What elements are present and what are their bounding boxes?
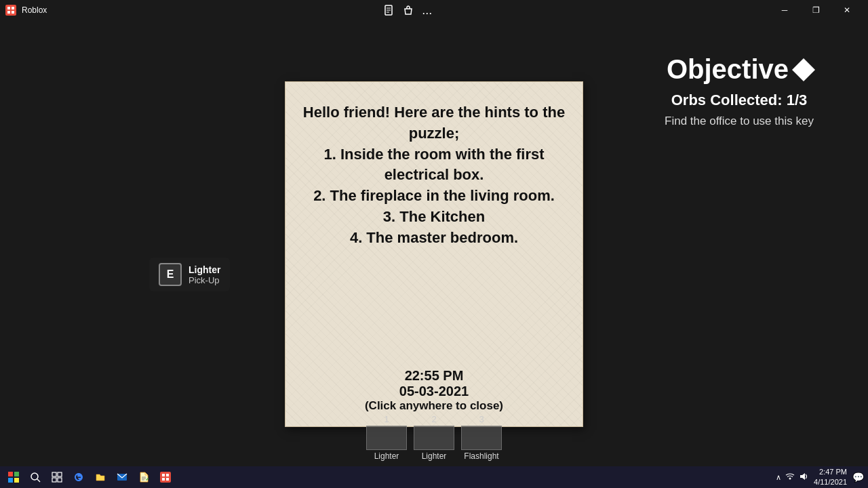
- app-icon: [5, 5, 16, 16]
- pickup-text: Lighter Pick-Up: [189, 264, 220, 285]
- system-clock: 2:47 PM 4/11/2021: [814, 467, 847, 488]
- bag-icon[interactable]: [403, 5, 414, 16]
- svg-rect-16: [58, 472, 62, 476]
- slot-1-number: 1: [384, 414, 389, 424]
- note-container[interactable]: Hello friend! Here are the hints to the …: [285, 81, 583, 427]
- svg-rect-3: [7, 11, 10, 14]
- orbs-collected: Orbs Collected: 1/3: [631, 92, 848, 109]
- slot-3-number: 3: [479, 414, 484, 424]
- objective-title: Objective: [667, 54, 789, 85]
- more-options-icon[interactable]: ...: [422, 3, 432, 18]
- note-footer: 22:55 PM 05-03-2021 (Click anywhere to c…: [365, 368, 503, 413]
- hotbar-slot-2[interactable]: 2 Lighter: [410, 414, 458, 461]
- svg-rect-9: [8, 472, 13, 476]
- svg-point-28: [789, 477, 791, 479]
- objective-diamond-icon: [792, 58, 815, 81]
- restore-button[interactable]: ❐: [800, 0, 831, 20]
- titlebar: Roblox ... ─ ❐ ✕: [0, 0, 868, 20]
- svg-rect-25: [166, 474, 169, 476]
- slot-2-label: Lighter: [422, 451, 447, 461]
- file-explorer-button[interactable]: [91, 468, 110, 487]
- chevron-up-icon[interactable]: ∧: [776, 473, 781, 482]
- svg-rect-27: [166, 478, 169, 481]
- slot-3-box: [461, 426, 502, 450]
- search-button[interactable]: [26, 468, 45, 487]
- slot-3-label: Flashlight: [464, 451, 498, 461]
- svg-rect-2: [12, 7, 14, 9]
- game-area: Hello friend! Here are the hints to the …: [0, 20, 868, 488]
- note-text: Hello friend! Here are the hints to the …: [299, 102, 569, 249]
- pickup-item-label: Lighter: [189, 264, 220, 275]
- note-date: 05-03-2021: [365, 384, 503, 399]
- note-paper: Hello friend! Here are the hints to the …: [285, 81, 583, 427]
- hotbar-slot-1[interactable]: 1 Lighter: [363, 414, 410, 461]
- svg-rect-12: [14, 478, 19, 483]
- objective-panel: Objective Orbs Collected: 1/3 Find the o…: [631, 54, 848, 128]
- titlebar-controls: ─ ❐ ✕: [769, 0, 863, 20]
- svg-rect-10: [14, 472, 19, 476]
- svg-rect-26: [162, 478, 165, 481]
- objective-description: Find the office to use this key: [631, 115, 848, 128]
- svg-rect-17: [52, 478, 56, 482]
- objective-header: Objective: [631, 54, 848, 85]
- taskbar: ∧ 2:47 PM 4/11/2021 💬: [0, 466, 868, 488]
- hotbar-slot-3[interactable]: 3 Flashlight: [458, 414, 505, 461]
- slot-1-box: [366, 426, 407, 450]
- edge-browser-button[interactable]: [69, 468, 88, 487]
- titlebar-title: Roblox: [22, 5, 47, 15]
- clock-time: 2:47 PM: [814, 467, 847, 477]
- note-app-button[interactable]: [134, 468, 153, 487]
- taskbar-right: ∧ 2:47 PM 4/11/2021 💬: [776, 467, 864, 488]
- svg-line-14: [37, 479, 40, 482]
- svg-rect-1: [7, 7, 10, 9]
- minimize-button[interactable]: ─: [769, 0, 800, 20]
- svg-rect-4: [12, 11, 14, 14]
- hotbar: 1 Lighter 2 Lighter 3 Flashlight: [363, 414, 505, 461]
- note-time: 22:55 PM: [365, 368, 503, 384]
- pickup-action-label: Pick-Up: [189, 275, 220, 285]
- roblox-taskbar-button[interactable]: [156, 468, 175, 487]
- titlebar-left: Roblox: [5, 5, 47, 16]
- notification-button[interactable]: 💬: [852, 472, 864, 483]
- volume-icon: [799, 472, 808, 483]
- docs-icon[interactable]: [384, 5, 395, 16]
- e-key-icon: E: [159, 263, 182, 286]
- taskbar-left: [4, 468, 175, 487]
- note-close-hint: (Click anywhere to close): [365, 399, 503, 413]
- network-icon: [785, 472, 795, 483]
- svg-rect-15: [52, 472, 56, 476]
- svg-rect-0: [5, 5, 16, 16]
- close-button[interactable]: ✕: [831, 0, 863, 20]
- slot-2-number: 2: [431, 414, 436, 424]
- slot-2-box: [414, 426, 454, 450]
- task-view-button[interactable]: [47, 468, 66, 487]
- svg-rect-23: [160, 472, 171, 483]
- svg-rect-24: [162, 474, 165, 476]
- taskbar-tray: ∧: [776, 472, 808, 483]
- clock-date: 4/11/2021: [814, 477, 847, 487]
- slot-1-label: Lighter: [374, 451, 399, 461]
- start-button[interactable]: [4, 468, 23, 487]
- svg-rect-11: [8, 478, 13, 483]
- svg-point-13: [31, 473, 38, 480]
- pickup-prompt: E Lighter Pick-Up: [149, 258, 230, 291]
- svg-rect-18: [58, 478, 62, 482]
- mail-button[interactable]: [113, 468, 132, 487]
